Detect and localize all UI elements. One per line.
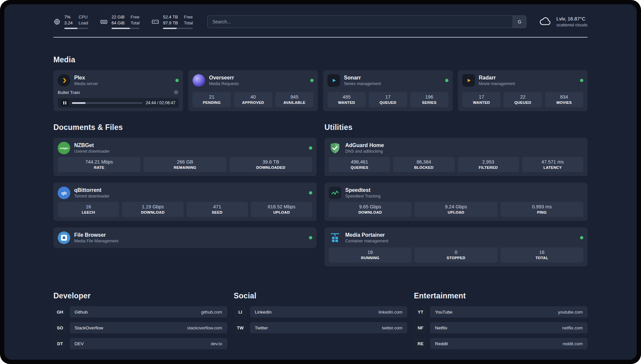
service-name: Plex: [74, 75, 98, 81]
service-name: NZBGet: [74, 142, 110, 149]
link-domain: linkedin.com: [379, 310, 402, 315]
radarr-icon: [462, 74, 475, 87]
link-name: YouTube: [435, 310, 452, 315]
cpu-metric: 7% 3.24 CPU Load: [53, 14, 88, 29]
section-media: Media Plex Media server Bullet Train: [53, 55, 588, 111]
link-youtube[interactable]: YT YouTubeyoutube.com: [414, 306, 588, 318]
section-social: Social LI LinkedInlinkedin.com TW Twitte…: [234, 291, 408, 354]
disk-total-label: Total: [184, 20, 193, 26]
section-title-social: Social: [234, 291, 408, 300]
service-subtitle: DNS and adblocking: [345, 149, 384, 154]
plex-icon: [58, 74, 70, 87]
stat-tile: 0STOPPED: [414, 247, 497, 262]
ram-total-label: Total: [131, 20, 139, 26]
link-reddit[interactable]: RE Redditreddit.com: [414, 338, 588, 349]
stat-tile: 498,461QUERIES: [329, 157, 390, 172]
weather-location: Lviv, 16.87°C: [556, 15, 588, 22]
link-name: Twitter: [255, 325, 268, 330]
stat-tile: 1.19 GbpsDOWNLOAD: [122, 202, 183, 217]
service-subtitle: Media File Management: [74, 238, 118, 244]
nzbget-icon: nzbget: [58, 142, 70, 154]
link-domain: github.com: [201, 310, 222, 315]
stat-tile: 9.24 GbpsUPLOAD: [414, 202, 497, 217]
playback-time: 24:44 / 02:06:47: [146, 101, 175, 105]
dashboard: 7% 3.24 CPU Load: [4, 4, 637, 360]
portainer-card[interactable]: Media Portainer Container management 16R…: [324, 228, 588, 266]
link-stackoverflow[interactable]: SO StackOverflowstackoverflow.com: [53, 322, 227, 333]
ram-progress-fill: [111, 28, 130, 29]
sonarr-card[interactable]: Sonarr Series management 485WANTED 17QUE…: [323, 70, 453, 111]
disk-total-value: 97.9 TB: [163, 20, 178, 26]
stat-tile: 39.6 TBDOWNLOADED: [229, 157, 312, 172]
section-documents: Documents & Files nzbget NZBGet Usenet d…: [53, 123, 317, 273]
search-input[interactable]: [207, 15, 526, 28]
link-twitter[interactable]: TW Twittertwitter.com: [234, 322, 408, 333]
link-netflix[interactable]: NF Netflixnetflix.com: [414, 322, 588, 333]
ram-metric: 22 GiB 64 GiB Free Total: [100, 14, 139, 29]
disk-icon: [151, 18, 159, 26]
service-name: Sonarr: [344, 75, 381, 81]
link-linkedin[interactable]: LI LinkedInlinkedin.com: [234, 306, 408, 318]
link-domain: youtube.com: [558, 310, 583, 315]
section-title-media: Media: [53, 55, 588, 64]
service-subtitle: Usenet downloader: [74, 149, 110, 154]
link-name: DEV: [75, 341, 84, 346]
overseerr-card[interactable]: Overseerr Media Requests 21PENDING 40APP…: [188, 70, 318, 111]
adguard-card[interactable]: AdGuard Home DNS and adblocking 498,461Q…: [324, 138, 588, 176]
cpu-percent: 7%: [64, 14, 73, 20]
link-name: StackOverflow: [75, 325, 103, 330]
service-name: AdGuard Home: [345, 142, 384, 149]
cpu-load-value: 3.24: [64, 20, 73, 26]
status-dot-online: [309, 146, 312, 150]
section-title-developer: Developer: [53, 291, 227, 300]
link-abbr: DT: [53, 338, 67, 349]
service-subtitle: Media Requests: [209, 81, 239, 86]
pause-button[interactable]: [61, 100, 69, 106]
status-dot-online: [309, 191, 312, 195]
gear-icon[interactable]: [173, 90, 179, 95]
seek-bar[interactable]: [72, 102, 142, 104]
speedtest-card[interactable]: Speedtest Speedtest Tracking 9.65 GbpsDO…: [324, 183, 588, 221]
filebrowser-icon: [58, 231, 70, 244]
filebrowser-card[interactable]: File Browser Media File Management: [53, 228, 317, 248]
stat-tile: 47.571 msLATENCY: [522, 157, 583, 172]
stat-tile: 17QUEUED: [369, 92, 407, 107]
section-title-documents: Documents & Files: [53, 123, 317, 132]
stat-tile: 2,953FILTERED: [458, 157, 519, 172]
nzbget-card[interactable]: nzbget NZBGet Usenet downloader 744.21 M…: [53, 138, 317, 176]
link-domain: netflix.com: [562, 325, 583, 330]
seek-fill: [72, 102, 85, 104]
speedtest-graph-icon: [329, 187, 341, 199]
qbittorrent-card[interactable]: qb qBittorrent Torrent downloader 16LEEC…: [53, 183, 317, 221]
now-playing-title: Bullet Train: [58, 90, 80, 95]
service-subtitle: Series management: [344, 81, 381, 86]
link-abbr: YT: [414, 306, 427, 318]
stat-tile: 196SERIES: [410, 92, 448, 107]
service-name: Radarr: [479, 75, 515, 81]
search-engine-button[interactable]: G: [513, 16, 526, 28]
status-dot-online: [580, 236, 583, 239]
stat-tile: 16TOTAL: [501, 247, 583, 262]
ram-free-value: 22 GiB: [111, 14, 125, 20]
top-bar: 7% 3.24 CPU Load: [53, 4, 588, 29]
link-github[interactable]: GH Githubgithub.com: [53, 306, 227, 318]
link-name: Github: [75, 310, 88, 315]
section-entertainment: Entertainment YT YouTubeyoutube.com NF N…: [414, 291, 588, 354]
section-utilities: Utilities AdGuard Home DNS and adblockin…: [324, 123, 588, 273]
plex-card[interactable]: Plex Media server Bullet Train: [53, 70, 183, 111]
radarr-card[interactable]: Radarr Movie management 17WANTED 22QUEUE…: [458, 70, 588, 111]
link-dev[interactable]: DT DEVdev.to: [53, 338, 227, 349]
cpu-progress-bar: [64, 28, 88, 29]
service-subtitle: Movie management: [479, 81, 515, 86]
overseerr-icon: [193, 74, 205, 87]
link-domain: dev.to: [211, 341, 222, 346]
service-name: File Browser: [74, 232, 118, 239]
stat-tile: 471SEED: [187, 202, 248, 217]
link-abbr: LI: [234, 306, 247, 318]
cpu-label: CPU: [78, 14, 88, 20]
disk-progress-fill: [163, 28, 177, 29]
link-abbr: RE: [414, 338, 427, 349]
link-abbr: TW: [234, 322, 247, 333]
status-dot-online: [175, 79, 179, 82]
service-name: Media Portainer: [345, 232, 388, 239]
